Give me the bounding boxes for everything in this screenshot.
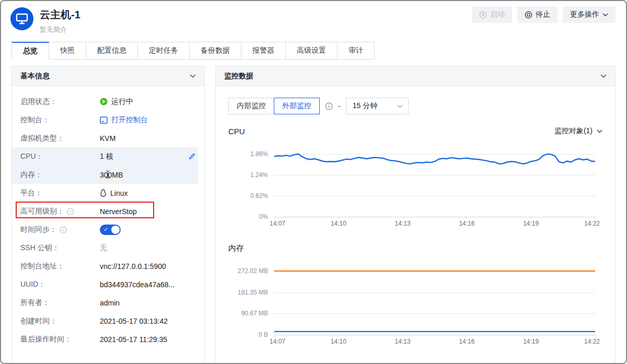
y-axis-label: 272.02 MB [238,267,268,275]
row-status: 启用状态： 运行中 [12,92,204,111]
row-platform: 平台： Linux [12,184,204,202]
status-value: 运行中 [111,97,133,107]
monitor-title: 监控数据 [224,72,253,81]
console-icon [100,116,108,124]
basic-info-title: 基本信息 [20,72,50,81]
row-console-addr: 控制台地址： vnc://127.0.0.1:5900 [12,257,204,275]
row-ha-level: 高可用级别： NerverStop [12,202,204,220]
x-axis-label: 14:22 [584,220,600,227]
x-axis-label: 14:19 [523,220,539,227]
monitor-target-dropdown[interactable]: 监控对象(1) [554,126,602,136]
internal-monitor-button[interactable]: 内部监控 [228,98,274,114]
more-actions-button[interactable]: 更多操作 [563,6,616,23]
x-axis-label: 14:07 [270,338,285,345]
y-axis-label: 181.35 MB [238,289,268,296]
memory-chart-title: 内存 [228,243,244,253]
x-axis-tick [531,335,531,337]
external-monitor-button[interactable]: 外部监控 [274,98,320,114]
ha-level-value: NerverStop [100,207,196,216]
stop-button[interactable]: 停止 [517,6,558,23]
tab-audit[interactable]: 审计 [337,42,375,60]
x-axis-label: 14:10 [331,220,346,227]
info-icon[interactable] [60,226,67,233]
console-addr-value: vnc://127.0.0.1:5900 [100,262,196,271]
row-owner: 所有者： admin [12,293,204,312]
linux-icon [100,189,107,197]
x-axis-tick [274,335,275,337]
chevron-down-icon [397,104,403,108]
edit-cpu-button[interactable] [188,152,196,160]
x-axis-tick [467,335,467,337]
tab-alarms[interactable]: 报警器 [241,42,286,60]
x-axis-tick [595,335,596,337]
x-axis-tick [467,217,467,219]
chevron-down-icon [600,74,607,78]
range-dash: - [338,102,341,110]
ssh-key-value: 无 [100,243,196,253]
chevron-down-icon [190,74,196,78]
row-created-time: 创建时间： 2021-05-17 03:13:42 [12,312,204,330]
chevron-down-icon [597,130,602,133]
row-ssh-key: SSH 公钥： 无 [12,239,204,257]
cpu_usage-line [274,154,595,164]
gridline [274,335,595,335]
info-icon[interactable] [67,208,74,215]
cpu-chart-title: CPU [228,127,245,136]
owner-value: admin [100,299,196,307]
vm-avatar [10,7,33,30]
edit-pencil-icon [188,152,196,160]
tab-advanced[interactable]: 高级设置 [285,42,338,60]
tab-bar: 总览 快照 配置信息 定时任务 备份数据 报警器 高级设置 审计 [11,42,616,60]
tab-overview[interactable]: 总览 [11,42,49,60]
time-sync-toggle[interactable]: ✓ [100,225,121,235]
cpu-value: 1 核 [100,152,188,161]
x-axis-tick [595,217,596,219]
row-uuid: UUID： bd344937cdea47a68... [12,275,204,293]
collapse-monitor-button[interactable] [600,74,607,78]
row-cpu: CPU： 1 核 [12,147,198,166]
row-memory: 内存： 300MB [12,166,198,184]
x-axis-label: 14:19 [523,338,539,345]
info-icon[interactable] [325,102,333,110]
y-axis-label: 0% [259,213,268,220]
x-axis-label: 14:13 [395,220,411,227]
x-axis-tick [339,217,339,219]
platform-value: Linux [110,189,127,197]
collapse-basic-info-button[interactable] [190,74,196,78]
y-axis-label: 1.24% [250,171,268,179]
stop-circle-icon [525,11,532,19]
x-axis-tick [403,217,403,219]
uuid-value: bd344937cdea47a68... [100,280,196,289]
vm-detail-window: 云主机-1 暂无简介 启动 停止 更多操作 [0,0,627,364]
tab-scheduled-tasks[interactable]: 定时任务 [137,42,190,60]
memory-value: 300MB [100,171,196,179]
monitor-panel: 监控数据 内部监控 外部监控 - [215,66,616,364]
monitor-toolbar: 内部监控 外部监控 - 15 分钟 [216,86,615,114]
x-axis-tick [339,335,339,337]
y-axis-label: 0 B [259,331,268,338]
x-axis-tick [403,335,403,337]
gridline [274,217,595,217]
cpu-chart: CPU 监控对象(1) 1.86%1.24%0.62%0% 14:0714 [228,126,602,230]
row-console: 控制台： 打开控制台 [12,111,204,129]
row-vm-type: 虚拟机类型： KVM [12,129,204,147]
x-axis-label: 14:22 [584,338,600,345]
x-axis-label: 14:07 [270,220,285,227]
open-console-link[interactable]: 打开控制台 [100,115,196,125]
basic-info-panel: 基本信息 启用状态： 运行中 [11,66,205,364]
x-axis-label: 14:16 [459,338,474,345]
last-op-time-value: 2021-05-17 11:29:35 [100,335,196,344]
tab-config-info[interactable]: 配置信息 [86,42,138,60]
row-last-op-time: 最后操作时间： 2021-05-17 11:29:35 [12,330,204,348]
y-axis-label: 90.67 MB [241,310,268,317]
page-header: 云主机-1 暂无简介 启动 停止 更多操作 [1,1,626,34]
memory-chart: 内存 272.02 MB181.35 MB90.67 MB0 B 14:0714… [228,243,602,348]
tab-snapshot[interactable]: 快照 [49,42,86,60]
x-axis-tick [531,217,531,219]
start-button[interactable]: 启动 [472,6,512,23]
period-select[interactable]: 15 分钟 [346,98,409,114]
x-axis-label: 14:16 [459,220,474,227]
running-status-icon [100,98,108,105]
page-subtitle: 暂无简介 [40,25,80,34]
tab-backup-data[interactable]: 备份数据 [189,42,241,60]
